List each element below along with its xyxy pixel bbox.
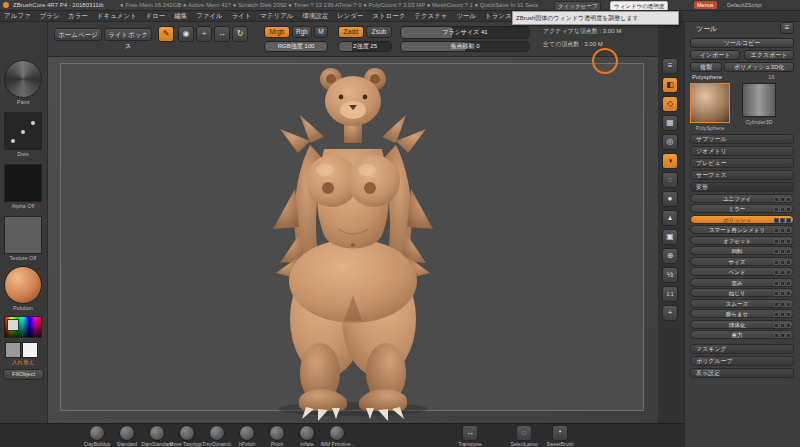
axis-toggles[interactable] xyxy=(774,197,791,202)
axis-toggles[interactable] xyxy=(774,333,791,338)
menu-draw[interactable]: ドロー xyxy=(146,11,166,21)
deform-spherize-slider[interactable]: 球体化 xyxy=(690,320,794,329)
draw-size-slider[interactable]: ブラシサイズ 41 xyxy=(400,26,530,39)
recent-tool-thumb[interactable] xyxy=(742,83,776,117)
deform-twist-slider[interactable]: ねじり xyxy=(690,288,794,297)
menu-stroke[interactable]: ストローク xyxy=(372,11,405,21)
export-button[interactable]: エクスポート xyxy=(744,50,794,60)
rgb-button[interactable]: Rgb xyxy=(292,26,312,38)
color-picker[interactable] xyxy=(4,316,42,338)
brush-trimdynamic-thumb[interactable] xyxy=(209,425,225,441)
make-polymesh3d-button[interactable]: ポリメッシュ3D化 xyxy=(724,62,794,72)
alpha-thumb[interactable] xyxy=(4,164,42,202)
axis-toggles[interactable] xyxy=(774,323,791,328)
menu-light[interactable]: ライト xyxy=(231,11,251,21)
section-masking[interactable]: マスキング xyxy=(690,344,794,354)
section-polygroups[interactable]: ポリグループ xyxy=(690,356,794,366)
window-transparency-button[interactable]: ウィンドウの透明度 xyxy=(610,1,668,11)
axis-toggles[interactable] xyxy=(774,218,791,223)
solo-button[interactable]: ● xyxy=(662,191,678,207)
floor-grid-button[interactable]: ▦ xyxy=(662,115,678,131)
zadd-button[interactable]: Zadd xyxy=(338,26,364,38)
deform-smooth-slider[interactable]: スムーズ xyxy=(690,299,794,308)
menus-toggle[interactable]: Menus xyxy=(694,1,717,9)
deform-size-slider[interactable]: サイズ xyxy=(690,257,794,266)
m-button[interactable]: M xyxy=(314,26,328,38)
axis-toggles[interactable] xyxy=(774,260,791,265)
menu-preferences[interactable]: 環境設定 xyxy=(302,11,328,21)
lightbox-button[interactable]: ライトボックス xyxy=(104,28,152,41)
section-preview[interactable]: プレビュー xyxy=(690,158,794,168)
deform-bend-slider[interactable]: ベンド xyxy=(690,267,794,276)
brush-damstandard-thumb[interactable] xyxy=(149,425,165,441)
axis-toggles[interactable] xyxy=(774,302,791,307)
active-tool-thumb[interactable] xyxy=(690,83,730,123)
import-button[interactable]: インポート xyxy=(690,50,740,60)
menu-brush[interactable]: ブラシ xyxy=(39,11,59,21)
deform-gravity-slider[interactable]: 重力 xyxy=(690,330,794,339)
menu-document[interactable]: ドキュメント xyxy=(97,11,137,21)
duplicate-button[interactable]: 複製 xyxy=(690,62,722,72)
brush-standard-thumb[interactable] xyxy=(119,425,135,441)
xpose-button[interactable]: ▴ xyxy=(662,210,678,226)
frame-button[interactable]: ▣ xyxy=(662,229,678,245)
section-deformation[interactable]: 変形 xyxy=(690,182,794,192)
menu-alpha[interactable]: アルファ xyxy=(4,11,31,21)
bpr-render-button[interactable]: ◧ xyxy=(662,77,678,93)
texture-thumb[interactable] xyxy=(4,216,42,254)
brush-hpolish-thumb[interactable] xyxy=(239,425,255,441)
primary-color-swatch[interactable] xyxy=(5,342,21,358)
axis-toggles[interactable] xyxy=(774,291,791,296)
deform-smart-resym-slider[interactable]: スマート再シンメトリ xyxy=(690,225,794,234)
material-thumb[interactable] xyxy=(4,266,42,304)
brush-move-topological-thumb[interactable] xyxy=(179,425,195,441)
axis-toggles[interactable] xyxy=(774,281,791,286)
current-brush-thumb[interactable] xyxy=(4,60,42,98)
sweet-brush-icon[interactable]: * xyxy=(552,425,568,441)
menu-file[interactable]: ファイル xyxy=(196,11,223,21)
edit-object-button[interactable]: ✎ xyxy=(158,26,174,42)
canvas-viewport[interactable] xyxy=(48,57,658,423)
select-lasso-icon[interactable]: ◌ xyxy=(516,425,532,441)
axis-toggles[interactable] xyxy=(774,270,791,275)
section-geometry[interactable]: ジオメトリ xyxy=(690,146,794,156)
transparency-button[interactable]: ◑ xyxy=(662,153,678,169)
scale-mode-button[interactable]: ↔ xyxy=(214,26,230,42)
local-symmetry-button[interactable]: ◎ xyxy=(662,134,678,150)
menu-texture[interactable]: テクスチャ xyxy=(414,11,447,21)
secondary-color-swatch[interactable] xyxy=(22,342,38,358)
deform-offset-slider[interactable]: オフセット xyxy=(690,236,794,245)
perspective-button[interactable]: ◇ xyxy=(662,96,678,112)
default-zscript-label[interactable]: DefaultZScript xyxy=(724,1,765,9)
axis-toggles[interactable] xyxy=(774,239,791,244)
deform-distort-slider[interactable]: 歪み xyxy=(690,278,794,287)
deform-rotate-slider[interactable]: 回転 xyxy=(690,246,794,255)
mrgb-button[interactable]: Mrgb xyxy=(264,26,290,38)
zsub-button[interactable]: Zsub xyxy=(366,26,392,38)
deform-mirror-slider[interactable]: ミラー xyxy=(690,204,794,213)
doc-scale-button[interactable]: ⊕ xyxy=(662,248,678,264)
actual-size-button[interactable]: 1:1 xyxy=(662,286,678,302)
rotate-mode-button[interactable]: ↻ xyxy=(232,26,248,42)
brush-pinch-thumb[interactable] xyxy=(269,425,285,441)
section-display-properties[interactable]: 表示設定 xyxy=(690,368,794,378)
draw-mode-button[interactable]: ◉ xyxy=(178,26,194,42)
scroll-doc-button[interactable]: ≡ xyxy=(662,58,678,74)
move-mode-button[interactable]: + xyxy=(196,26,212,42)
z-intensity-slider[interactable]: Z強度 25 xyxy=(338,41,392,52)
deform-unify-slider[interactable]: ユニファイ xyxy=(690,194,794,203)
menu-color[interactable]: カラー xyxy=(68,11,88,21)
section-surface[interactable]: サーフェス xyxy=(690,170,794,180)
palette-menu-icon[interactable]: ≡ xyxy=(780,22,794,34)
deform-polish-slider[interactable]: ポリッシュ xyxy=(690,215,794,224)
swap-colors-button[interactable]: 入れ替え xyxy=(1,359,45,366)
axis-toggles[interactable] xyxy=(774,207,791,212)
menu-material[interactable]: マテリアル xyxy=(260,11,293,21)
deform-inflate-slider[interactable]: 膨らませ xyxy=(690,309,794,318)
rgb-intensity-slider[interactable]: RGB強度 100 xyxy=(264,41,328,52)
transpose-tool-icon[interactable]: ↔ xyxy=(462,425,478,441)
brush-claybuildup-thumb[interactable] xyxy=(89,425,105,441)
menu-render[interactable]: レンダー xyxy=(337,11,363,21)
axis-toggles[interactable] xyxy=(774,249,791,254)
menu-tool[interactable]: ツール xyxy=(456,11,476,21)
